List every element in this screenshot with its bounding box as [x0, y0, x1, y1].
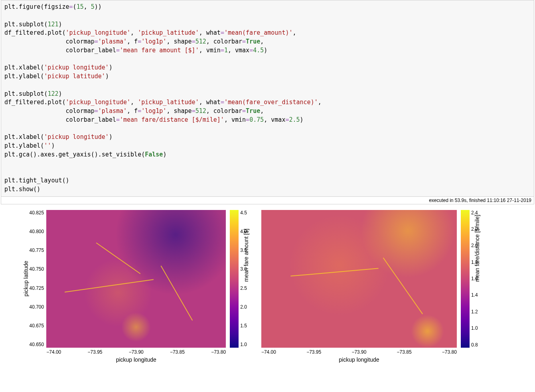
execution-status: executed in 53.9s, finished 11:10:16 27-…	[1, 197, 534, 204]
ytick: 40.675	[30, 323, 44, 329]
code-token: , f	[127, 107, 138, 115]
code-token: )	[163, 151, 166, 158]
code-token: .set_visible(	[98, 151, 145, 158]
ylabel-left: pickup latitude	[23, 261, 29, 297]
code-token: =	[192, 107, 195, 115]
code-token: .ylabel(	[15, 142, 44, 149]
code-token: =	[242, 38, 246, 45]
code-token: =	[242, 107, 246, 115]
code-token: colorbar_label	[4, 47, 116, 54]
code-token: plt	[4, 133, 15, 141]
ytick: 40.775	[30, 247, 44, 253]
code-token: 512	[195, 38, 206, 45]
colorbar-left	[230, 210, 239, 348]
code-token: 'plasma'	[98, 107, 127, 115]
cbar-tick: 2.5	[240, 285, 247, 291]
heatmap-left	[46, 210, 226, 348]
code-token: .get_yaxis()	[55, 151, 98, 158]
code-token: .show()	[15, 186, 40, 193]
code-token: =	[138, 38, 141, 45]
code-token: 4.5	[253, 47, 264, 54]
code-token: 'mean(fare_over_distance)'	[224, 99, 318, 106]
code-token: , what	[199, 29, 221, 36]
cbar-tick: 1.2	[471, 309, 478, 315]
code-token: , shape	[166, 38, 191, 45]
code-token: .subplot(	[15, 21, 47, 28]
code-token: .gca()	[15, 151, 37, 158]
code-token: df_filtered	[4, 29, 44, 36]
xtick: −73.85	[397, 349, 412, 355]
cbar-tick: 2.0	[240, 304, 247, 310]
code-token: colorbar_label	[4, 116, 116, 123]
code-token: =	[69, 3, 73, 10]
xtick: −73.80	[442, 349, 457, 355]
code-token: ))	[95, 3, 102, 10]
code-token: .xlabel(	[15, 133, 44, 141]
ytick: 40.825	[30, 210, 44, 216]
cbar-tick: 0.8	[471, 342, 478, 348]
code-token: .plot(	[44, 29, 65, 36]
code-token: 121	[47, 21, 58, 28]
xtick: −73.95	[306, 349, 321, 355]
code-token: .axes	[37, 151, 55, 158]
code-token: (	[73, 3, 77, 10]
ytick: 40.800	[30, 229, 44, 234]
code-token: plt	[4, 142, 15, 149]
cbar-tick: 1.4	[471, 292, 478, 298]
code-token: )	[300, 116, 304, 123]
code-token: plt	[4, 3, 15, 10]
ytick: 40.650	[30, 342, 44, 347]
code-token: 'pickup longitude'	[44, 133, 109, 141]
code-token: =	[95, 107, 98, 115]
code-token: 'mean(fare_amount)'	[224, 29, 293, 36]
code-token: 'pickup_latitude'	[138, 29, 199, 36]
code-token: )	[109, 64, 113, 71]
xlabel-left: pickup longitude	[116, 356, 156, 363]
xtick: −73.85	[170, 349, 185, 355]
code-token: =	[221, 47, 224, 54]
code-token: 'pickup_longitude'	[66, 29, 131, 36]
code-token: )	[51, 142, 55, 149]
code-token: True	[246, 107, 260, 115]
code-token: =	[249, 47, 253, 54]
code-token: , vmax	[264, 116, 285, 123]
code-token: 512	[195, 107, 206, 115]
ytick: 40.750	[30, 266, 44, 272]
heatmap-right	[261, 210, 457, 348]
code-token: ,	[260, 38, 264, 45]
xtick: −73.80	[211, 349, 226, 355]
code-token: , colorbar	[206, 107, 242, 115]
code-token: 'pickup longitude'	[44, 64, 109, 71]
code-token: 'mean fare/distance [$/mile]'	[120, 116, 224, 123]
code-token: , vmax	[228, 47, 249, 54]
code-token: plt	[4, 151, 15, 158]
code-token: plt	[4, 64, 15, 71]
code-token: )	[58, 21, 62, 28]
code-token: ''	[44, 142, 51, 149]
code-token: 15	[77, 3, 84, 10]
code-token: plt	[4, 21, 15, 28]
xlabel-right: pickup longitude	[339, 356, 379, 363]
code-token: ,	[84, 3, 91, 10]
code-token: , vmin	[224, 116, 246, 123]
code-token: 'pickup_latitude'	[138, 99, 199, 106]
cbar-tick: 1.5	[240, 323, 247, 329]
cbar-tick: 4.5	[240, 210, 247, 216]
code-token: 1	[224, 47, 228, 54]
code-cell[interactable]: plt.figure(figsize=(15, 5)) plt.subplot(…	[1, 0, 534, 197]
xtick: −73.95	[87, 349, 102, 355]
code-token: .ylabel(	[15, 73, 44, 80]
code-token: =	[138, 107, 141, 115]
code-token: , shape	[166, 107, 191, 115]
code-token: 2.5	[289, 116, 300, 123]
code-token: .subplot(	[15, 90, 47, 97]
figure-output: pickup latitude 40.825 40.800 40.775 40.…	[0, 210, 533, 363]
code-token: , f	[127, 38, 138, 45]
code-token: =	[246, 116, 249, 123]
code-token: ,	[318, 99, 322, 106]
code-token: =	[116, 116, 120, 123]
code-token: )	[109, 133, 113, 141]
ytick: 40.700	[30, 304, 44, 310]
ytick: 40.725	[30, 285, 44, 291]
code-token: .figure(figsize	[15, 3, 69, 10]
